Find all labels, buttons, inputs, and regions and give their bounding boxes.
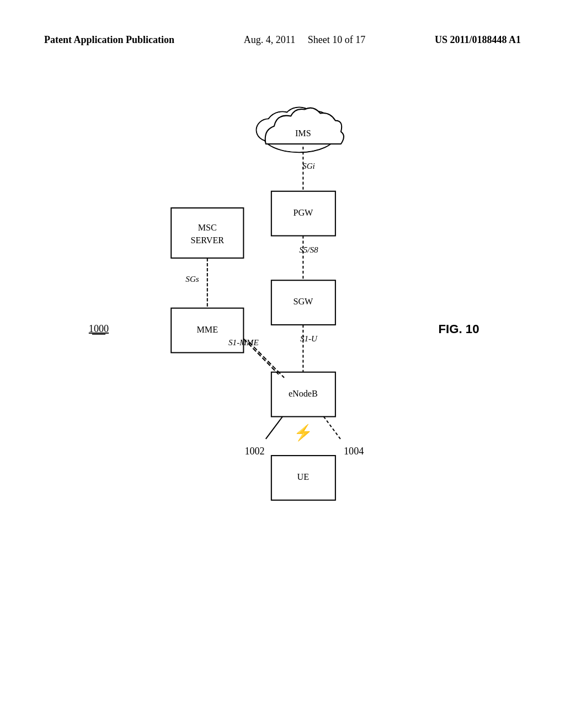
ims-label: IMS (295, 129, 311, 138)
ref-1004-label: 1004 (344, 446, 364, 457)
msc-label: MSC (198, 223, 217, 232)
s1mme-label: S1-MME (228, 338, 259, 347)
enodeb-ue-right-line (324, 416, 340, 438)
mme-enodeb-line2 (249, 342, 284, 378)
ref-1002-label: 1002 (244, 446, 264, 457)
msc-server-box (171, 208, 243, 258)
s5s8-label: S5/S8 (299, 245, 318, 254)
ims-cloud: IMS (257, 107, 344, 152)
patent-number-label: US 2011/0188448 A1 (435, 33, 521, 47)
mme-label: MME (197, 325, 218, 334)
mme-enodeb-line1 (243, 339, 279, 374)
pgw-label: PGW (293, 208, 313, 217)
date-sheet-label: Aug. 4, 2011 Sheet 10 of 17 (244, 33, 365, 47)
sgw-label: SGW (293, 297, 313, 306)
sgi-label: SGi (302, 162, 315, 170)
publication-label: Patent Application Publication (44, 33, 174, 47)
sheet-label: Sheet 10 of 17 (308, 34, 365, 45)
page-header: Patent Application Publication Aug. 4, 2… (0, 33, 565, 47)
date-label: Aug. 4, 2011 (244, 34, 295, 45)
wireless-symbol: ⚡ (294, 423, 313, 442)
ue-label: UE (297, 472, 310, 481)
msc-server-text: SERVER (191, 235, 225, 245)
enodeb-ue-left-line (266, 416, 282, 438)
diagram-area: IMS SGi PGW S5/S8 SGW S1-U eNodeB ⚡ 1002… (0, 83, 565, 695)
fig-label: FIG. 10 (439, 322, 479, 336)
ref-1000-label: 1000 (89, 323, 109, 334)
sgs-label: SGs (185, 275, 199, 283)
enodeb-label: eNodeB (289, 389, 318, 398)
